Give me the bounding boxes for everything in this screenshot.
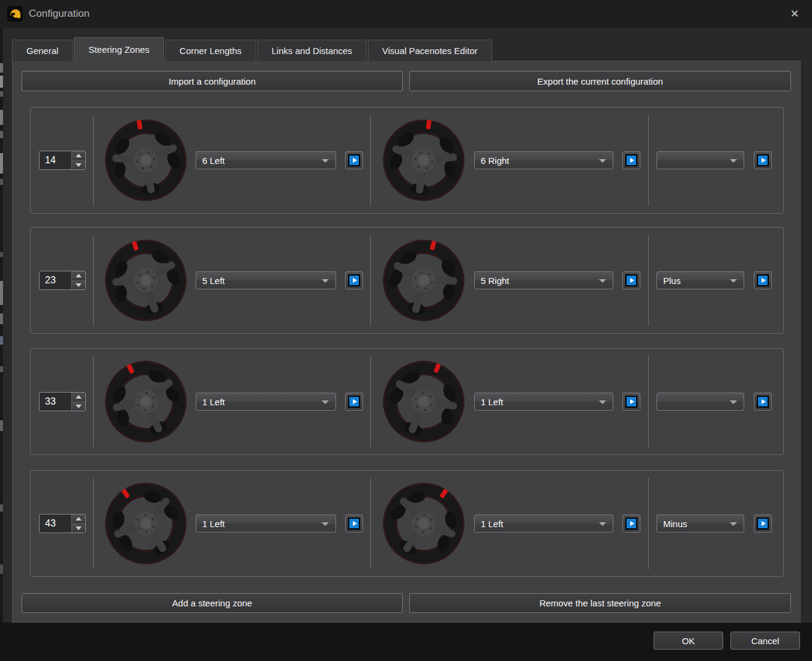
right-steering-wheel-image (381, 359, 466, 444)
spin-down-icon (76, 405, 82, 408)
left-steering-select[interactable]: 5 Left (196, 271, 336, 289)
window-title: Configuration (29, 8, 89, 20)
right-steering-value: 5 Right (481, 276, 510, 286)
section-divider (370, 115, 371, 206)
zone-distance-input[interactable] (40, 271, 71, 289)
zone-distance-input[interactable] (40, 393, 71, 411)
play-icon (625, 518, 637, 530)
close-button[interactable]: ✕ (786, 5, 804, 23)
zone-distance-spinner (39, 271, 86, 290)
section-divider (370, 356, 371, 447)
export-configuration-button[interactable]: Export the current configuration (409, 71, 791, 91)
title-bar: Configuration ✕ (0, 0, 812, 28)
add-steering-zone-button[interactable]: Add a steering zone (22, 593, 403, 613)
spin-up-icon (76, 154, 82, 157)
section-divider (93, 356, 94, 447)
right-steering-select[interactable]: 1 Left (474, 515, 613, 533)
chevron-down-icon (322, 159, 329, 163)
play-icon (757, 518, 769, 530)
left-play-button[interactable] (345, 271, 363, 289)
right-play-button[interactable] (622, 515, 640, 533)
play-icon (348, 274, 360, 286)
app-helmet-icon (7, 6, 23, 22)
spinner-buttons (71, 393, 85, 411)
tab-links-and-distances[interactable]: Links and Distances (257, 40, 367, 61)
steering-zone-row: 1 Left 1 L (30, 470, 784, 577)
spin-up-button[interactable] (72, 271, 85, 280)
spin-down-button[interactable] (72, 160, 85, 170)
left-steering-wheel-image (103, 481, 188, 566)
modifier-select[interactable] (657, 393, 744, 411)
play-icon (757, 154, 769, 166)
right-steering-value: 1 Left (481, 397, 504, 407)
left-steering-select[interactable]: 1 Left (196, 393, 336, 411)
chevron-down-icon (599, 522, 606, 526)
right-steering-wheel-image (381, 238, 466, 323)
tab-corner-lengths[interactable]: Corner Lengths (165, 40, 256, 61)
chevron-down-icon (730, 522, 737, 526)
import-configuration-button[interactable]: Import a configuration (22, 71, 403, 91)
spin-up-icon (76, 517, 82, 521)
tab-visual-pacenotes-editor[interactable]: Visual Pacenotes Editor (368, 40, 492, 61)
left-steering-wheel-image (103, 118, 188, 203)
right-steering-value: 1 Left (481, 519, 504, 529)
section-divider (370, 235, 371, 326)
right-steering-wheel-image (381, 118, 466, 203)
zone-distance-input[interactable] (40, 151, 71, 169)
spin-down-button[interactable] (72, 280, 85, 290)
modifier-play-button[interactable] (754, 515, 772, 533)
play-icon (348, 518, 360, 530)
zone-distance-input[interactable] (40, 515, 71, 533)
left-steering-value: 1 Left (202, 397, 225, 407)
modifier-select[interactable]: Minus (657, 515, 744, 533)
spin-down-icon (76, 283, 82, 287)
remove-last-steering-zone-button[interactable]: Remove the last steering zone (409, 593, 791, 613)
left-steering-select[interactable]: 6 Left (196, 151, 336, 169)
spin-up-button[interactable] (72, 515, 85, 524)
cancel-button[interactable]: Cancel (730, 632, 800, 650)
left-play-button[interactable] (345, 515, 363, 533)
modifier-select[interactable] (657, 151, 744, 169)
left-steering-wheel-image (103, 238, 188, 323)
chevron-down-icon (322, 400, 329, 404)
section-divider (648, 356, 649, 447)
modifier-play-button[interactable] (754, 393, 772, 411)
zone-distance-spinner (39, 514, 86, 533)
chevron-down-icon (599, 279, 606, 283)
spin-up-icon (76, 274, 82, 277)
right-play-button[interactable] (622, 393, 640, 411)
spin-down-icon (76, 527, 82, 530)
left-steering-select[interactable]: 1 Left (196, 515, 336, 533)
left-play-button[interactable] (345, 393, 363, 411)
chevron-down-icon (599, 159, 606, 163)
play-icon (757, 274, 769, 286)
steering-zone-row: 1 Left 1 L (30, 348, 784, 455)
modifier-value: Minus (663, 519, 687, 529)
modifier-play-button[interactable] (754, 271, 772, 289)
spinner-buttons (71, 151, 85, 169)
zone-distance-spinner (39, 392, 86, 411)
spin-down-button[interactable] (72, 402, 85, 411)
modifier-play-button[interactable] (754, 151, 772, 169)
section-divider (370, 478, 371, 569)
spin-up-button[interactable] (72, 393, 85, 402)
right-steering-select[interactable]: 1 Left (474, 393, 613, 411)
left-play-button[interactable] (345, 151, 363, 169)
right-steering-select[interactable]: 6 Right (474, 151, 613, 169)
zone-distance-spinner (39, 151, 86, 170)
chevron-down-icon (322, 522, 329, 526)
tab-steering-zones[interactable]: Steering Zones (74, 37, 164, 61)
section-divider (93, 235, 94, 326)
ok-button[interactable]: OK (654, 632, 723, 650)
modifier-select[interactable]: Plus (657, 271, 744, 289)
left-steering-value: 6 Left (202, 155, 225, 166)
right-play-button[interactable] (622, 151, 640, 169)
right-play-button[interactable] (622, 271, 640, 289)
play-icon (625, 396, 637, 408)
spin-down-button[interactable] (72, 524, 85, 533)
right-steering-select[interactable]: 5 Right (474, 271, 613, 289)
right-steering-wheel-image (381, 481, 466, 566)
play-icon (625, 154, 637, 166)
tab-general[interactable]: General (12, 40, 73, 61)
spin-up-button[interactable] (72, 151, 85, 160)
